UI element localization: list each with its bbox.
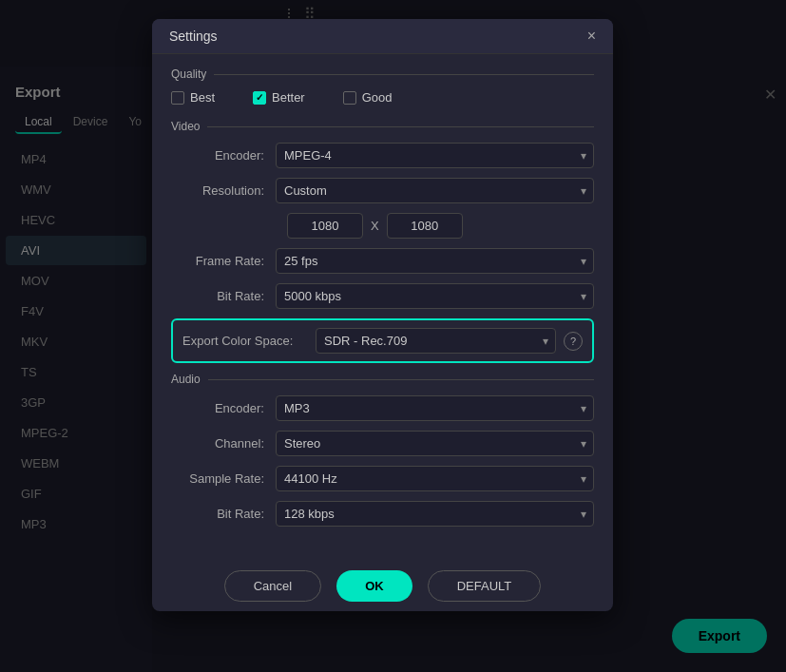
- quality-best[interactable]: Best: [171, 90, 215, 105]
- sample-rate-control: 44100 Hz 48000 Hz 22050 Hz: [276, 466, 594, 491]
- dialog-title: Settings: [169, 29, 218, 44]
- encoder-row: Encoder: MPEG-4 H.264 H.265: [171, 143, 594, 168]
- audio-encoder-label: Encoder:: [171, 401, 276, 415]
- resolution-select[interactable]: Custom 1920x1080 1280x720 854x480: [276, 178, 594, 203]
- sample-rate-select[interactable]: 44100 Hz 48000 Hz 22050 Hz: [276, 466, 594, 491]
- frame-rate-control: 25 fps 30 fps 60 fps 24 fps: [276, 248, 594, 274]
- video-bit-rate-select[interactable]: 5000 kbps 8000 kbps 10000 kbps 2000 kbps: [276, 283, 594, 309]
- quality-best-checkbox[interactable]: [171, 91, 184, 105]
- video-bit-rate-row: Bit Rate: 5000 kbps 8000 kbps 10000 kbps…: [171, 283, 594, 309]
- audio-bit-rate-control: 128 kbps 256 kbps 320 kbps 64 kbps: [276, 501, 594, 527]
- channel-label: Channel:: [171, 436, 276, 451]
- color-space-help-icon[interactable]: ?: [564, 332, 583, 351]
- audio-bit-rate-select[interactable]: 128 kbps 256 kbps 320 kbps 64 kbps: [276, 501, 594, 527]
- default-button[interactable]: DEFAULT: [428, 570, 542, 602]
- resolution-inputs: X: [171, 213, 594, 239]
- resolution-control: Custom 1920x1080 1280x720 854x480: [276, 178, 594, 203]
- quality-good-label: Good: [362, 90, 393, 105]
- dialog-header: Settings ×: [152, 19, 613, 54]
- audio-encoder-select[interactable]: MP3 AAC WAV: [276, 395, 594, 421]
- video-bit-rate-label: Bit Rate:: [171, 289, 276, 303]
- dialog-body: Quality Best Better Good Video Encoder:: [152, 54, 613, 555]
- video-bit-rate-select-wrapper: 5000 kbps 8000 kbps 10000 kbps 2000 kbps: [276, 283, 594, 309]
- audio-section: Audio Encoder: MP3 AAC WAV Channel:: [171, 373, 594, 527]
- settings-dialog: Settings × Quality Best Better Good Vide…: [152, 19, 613, 611]
- resolution-select-wrapper: Custom 1920x1080 1280x720 854x480: [276, 178, 594, 203]
- frame-rate-select[interactable]: 25 fps 30 fps 60 fps 24 fps: [276, 248, 594, 274]
- quality-good-checkbox[interactable]: [343, 91, 356, 105]
- resolution-width-input[interactable]: [287, 213, 363, 239]
- quality-row: Best Better Good: [171, 90, 594, 105]
- quality-better-checkbox[interactable]: [253, 91, 266, 105]
- channel-row: Channel: Stereo Mono 5.1: [171, 431, 594, 456]
- channel-control: Stereo Mono 5.1: [276, 431, 594, 456]
- frame-rate-select-wrapper: 25 fps 30 fps 60 fps 24 fps: [276, 248, 594, 274]
- resolution-label: Resolution:: [171, 183, 276, 198]
- resolution-x-label: X: [371, 219, 379, 233]
- color-space-row: Export Color Space: SDR - Rec.709 HDR - …: [171, 318, 594, 363]
- sample-rate-select-wrapper: 44100 Hz 48000 Hz 22050 Hz: [276, 466, 594, 491]
- quality-better-label: Better: [272, 90, 305, 105]
- audio-bit-rate-select-wrapper: 128 kbps 256 kbps 320 kbps 64 kbps: [276, 501, 594, 527]
- resolution-row: Resolution: Custom 1920x1080 1280x720 85…: [171, 178, 594, 203]
- encoder-label: Encoder:: [171, 148, 276, 163]
- audio-bit-rate-row: Bit Rate: 128 kbps 256 kbps 320 kbps 64 …: [171, 501, 594, 527]
- quality-good[interactable]: Good: [343, 90, 393, 105]
- quality-section-label: Quality: [171, 67, 594, 81]
- frame-rate-row: Frame Rate: 25 fps 30 fps 60 fps 24 fps: [171, 248, 594, 274]
- frame-rate-label: Frame Rate:: [171, 254, 276, 268]
- audio-encoder-row: Encoder: MP3 AAC WAV: [171, 395, 594, 421]
- channel-select[interactable]: Stereo Mono 5.1: [276, 431, 594, 456]
- encoder-control: MPEG-4 H.264 H.265: [276, 143, 594, 168]
- cancel-button[interactable]: Cancel: [224, 570, 321, 602]
- sample-rate-label: Sample Rate:: [171, 471, 276, 486]
- audio-bit-rate-label: Bit Rate:: [171, 507, 276, 521]
- sample-rate-row: Sample Rate: 44100 Hz 48000 Hz 22050 Hz: [171, 466, 594, 491]
- resolution-height-input[interactable]: [387, 213, 463, 239]
- dialog-close-button[interactable]: ×: [587, 29, 596, 44]
- color-space-select[interactable]: SDR - Rec.709 HDR - Rec.2020 SDR - Rec.6…: [316, 328, 556, 354]
- channel-select-wrapper: Stereo Mono 5.1: [276, 431, 594, 456]
- quality-best-label: Best: [190, 90, 215, 105]
- video-section-label: Video: [171, 120, 594, 133]
- encoder-select[interactable]: MPEG-4 H.264 H.265: [276, 143, 594, 168]
- color-space-select-wrapper: SDR - Rec.709 HDR - Rec.2020 SDR - Rec.6…: [316, 328, 556, 354]
- dialog-footer: Cancel OK DEFAULT: [152, 555, 613, 611]
- encoder-select-wrapper: MPEG-4 H.264 H.265: [276, 143, 594, 168]
- audio-section-label: Audio: [171, 373, 594, 386]
- video-bit-rate-control: 5000 kbps 8000 kbps 10000 kbps 2000 kbps: [276, 283, 594, 309]
- color-space-label: Export Color Space:: [182, 334, 316, 348]
- quality-better[interactable]: Better: [253, 90, 305, 105]
- audio-encoder-control: MP3 AAC WAV: [276, 395, 594, 421]
- audio-encoder-select-wrapper: MP3 AAC WAV: [276, 395, 594, 421]
- ok-button[interactable]: OK: [336, 570, 412, 602]
